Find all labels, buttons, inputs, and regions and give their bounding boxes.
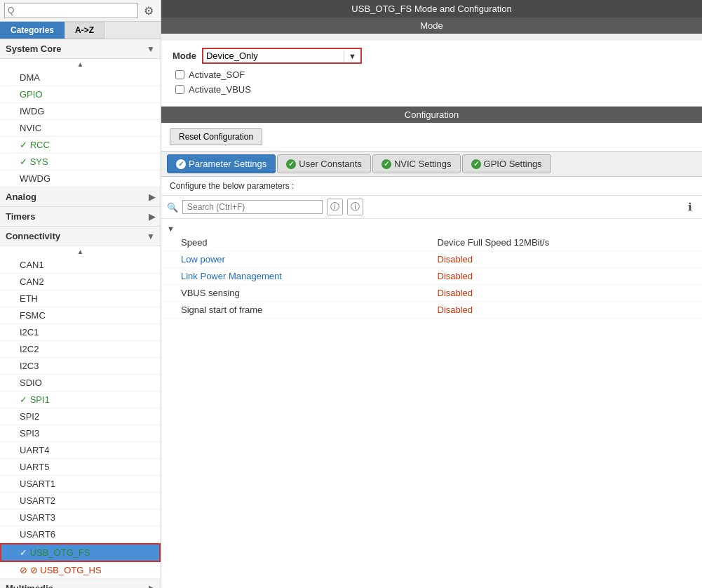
sidebar-tabs: Categories A->Z	[0, 22, 161, 39]
reset-configuration-button[interactable]: Reset Configuration	[170, 128, 262, 145]
sidebar-item-spi1[interactable]: SPI1	[0, 392, 161, 408]
check-icon-4: ✓	[471, 159, 481, 169]
config-section-header: Configuration	[161, 107, 702, 123]
param-value-link-power: Disabled	[438, 271, 694, 281]
sidebar-item-i2c3[interactable]: I2C3	[0, 358, 161, 375]
param-value-vbus-sensing: Disabled	[438, 288, 694, 298]
param-name-vbus-sensing: VBUS sensing	[181, 288, 438, 298]
sidebar-item-usart3[interactable]: USART3	[0, 509, 161, 526]
mode-select-wrapper: Device_Only Host_Only OTG Disable ▼	[202, 48, 362, 64]
check-icon-3: ✓	[382, 159, 391, 169]
page-title: USB_OTG_FS Mode and Configuration	[161, 0, 702, 18]
sidebar-item-spi3[interactable]: SPI3	[0, 425, 161, 442]
info-icon: ℹ	[684, 199, 696, 215]
sidebar-content: System Core ▼ ▲ DMA GPIO IWDG NVIC RCC S…	[0, 39, 161, 588]
sidebar-item-usart6[interactable]: USART6	[0, 526, 161, 543]
check-icon-2: ✓	[286, 159, 296, 169]
sidebar-item-sys[interactable]: SYS	[0, 154, 161, 171]
mode-section-header: Mode	[161, 18, 702, 34]
search-icon: 🔍	[167, 202, 178, 213]
param-name-link-power: Link Power Management	[181, 271, 438, 281]
dropdown-arrow-icon: ▼	[344, 51, 360, 62]
tab-az[interactable]: A->Z	[65, 22, 104, 39]
tab-user-constants-label: User Constants	[299, 159, 362, 169]
config-section: Configuration Reset Configuration ✓ Para…	[161, 107, 702, 588]
sidebar-item-spi2[interactable]: SPI2	[0, 408, 161, 425]
sidebar-item-nvic[interactable]: NVIC	[0, 120, 161, 137]
sidebar-item-i2c2[interactable]: I2C2	[0, 341, 161, 358]
sidebar-item-gpio[interactable]: GPIO	[0, 86, 161, 103]
activate-sof-row: Activate_SOF	[175, 69, 691, 80]
sidebar-item-uart5[interactable]: UART5	[0, 459, 161, 476]
sidebar-item-usart1[interactable]: USART1	[0, 476, 161, 493]
sidebar-item-eth[interactable]: ETH	[0, 290, 161, 307]
info-circle-icon-1[interactable]: ⓘ	[327, 199, 343, 215]
check-icon: ✓	[176, 159, 186, 169]
section-multimedia[interactable]: Multimedia ▶	[0, 579, 161, 588]
param-row-low-power: Low power Disabled	[161, 251, 702, 268]
tab-nvic-settings[interactable]: ✓ NVIC Settings	[372, 154, 461, 173]
param-row-signal-sof: Signal start of frame Disabled	[161, 302, 702, 319]
sidebar-item-can1[interactable]: CAN1	[0, 257, 161, 274]
chevron-right-icon: ▶	[149, 192, 155, 202]
chevron-right-icon: ▶	[149, 584, 155, 589]
section-analog[interactable]: Analog ▶	[0, 187, 161, 207]
scroll-up-arrow[interactable]: ▲	[0, 59, 161, 69]
params-content: ▼ Speed Device Full Speed 12MBit/s Low p…	[161, 219, 702, 323]
section-system-core[interactable]: System Core ▼	[0, 39, 161, 59]
config-toolbar: Reset Configuration	[161, 123, 702, 152]
sidebar-item-rcc[interactable]: RCC	[0, 137, 161, 154]
sidebar-top: ⚙	[0, 0, 161, 22]
info-circle-icon-2[interactable]: ⓘ	[347, 199, 363, 215]
sidebar-item-usb-otg-fs[interactable]: USB_OTG_FS	[0, 543, 161, 562]
mode-select[interactable]: Device_Only Host_Only OTG Disable	[203, 49, 344, 62]
param-row-vbus-sensing: VBUS sensing Disabled	[161, 285, 702, 302]
param-value-low-power: Disabled	[438, 254, 694, 265]
param-value-speed: Device Full Speed 12MBit/s	[438, 237, 694, 248]
search-row: 🔍 ⓘ ⓘ ℹ	[161, 196, 702, 219]
tab-gpio-settings-label: GPIO Settings	[484, 159, 542, 169]
param-name-low-power: Low power	[181, 254, 438, 265]
sidebar-item-sdio[interactable]: SDIO	[0, 375, 161, 392]
scroll-up-arrow-2[interactable]: ▲	[0, 246, 161, 257]
sidebar: ⚙ Categories A->Z System Core ▼ ▲ DMA GP…	[0, 0, 161, 588]
tab-categories[interactable]: Categories	[0, 22, 65, 39]
main-content: USB_OTG_FS Mode and Configuration Mode M…	[161, 0, 702, 588]
sidebar-item-dma[interactable]: DMA	[0, 69, 161, 86]
param-search-input[interactable]	[182, 200, 323, 214]
section-connectivity[interactable]: Connectivity ▼	[0, 227, 161, 246]
tab-gpio-settings[interactable]: ✓ GPIO Settings	[462, 154, 551, 173]
sidebar-item-can2[interactable]: CAN2	[0, 274, 161, 290]
activate-vbus-label: Activate_VBUS	[189, 84, 251, 95]
activate-sof-label: Activate_SOF	[189, 69, 245, 80]
activate-vbus-checkbox[interactable]	[175, 85, 184, 94]
param-name-signal-sof: Signal start of frame	[181, 305, 438, 315]
config-tabs: ✓ Parameter Settings ✓ User Constants ✓ …	[161, 152, 702, 177]
activate-sof-checkbox[interactable]	[175, 70, 184, 79]
mode-section: Mode Mode Device_Only Host_Only OTG Disa…	[161, 18, 702, 107]
tab-parameter-settings-label: Parameter Settings	[189, 159, 266, 169]
param-row-speed: Speed Device Full Speed 12MBit/s	[161, 234, 702, 251]
tab-user-constants[interactable]: ✓ User Constants	[277, 154, 371, 173]
param-value-signal-sof: Disabled	[438, 305, 694, 315]
sidebar-item-usart2[interactable]: USART2	[0, 493, 161, 509]
section-timers[interactable]: Timers ▶	[0, 207, 161, 227]
chevron-down-icon: ▼	[147, 232, 155, 241]
param-group-expand[interactable]: ▼	[161, 223, 702, 234]
params-label: Configure the below parameters :	[161, 177, 702, 196]
tab-nvic-settings-label: NVIC Settings	[394, 159, 452, 169]
gear-icon[interactable]: ⚙	[141, 4, 156, 18]
param-row-link-power: Link Power Management Disabled	[161, 268, 702, 285]
sidebar-item-wwdg[interactable]: WWDG	[0, 171, 161, 187]
sidebar-search-input[interactable]	[4, 3, 138, 18]
tab-parameter-settings[interactable]: ✓ Parameter Settings	[167, 154, 276, 173]
sidebar-item-i2c1[interactable]: I2C1	[0, 324, 161, 341]
param-name-speed: Speed	[181, 237, 438, 248]
sidebar-item-usb-otg-hs[interactable]: ⊘ USB_OTG_HS	[0, 562, 161, 579]
mode-label: Mode	[173, 51, 196, 61]
sidebar-item-uart4[interactable]: UART4	[0, 442, 161, 459]
activate-vbus-row: Activate_VBUS	[175, 84, 691, 95]
chevron-right-icon: ▶	[149, 212, 155, 222]
sidebar-item-fsmc[interactable]: FSMC	[0, 307, 161, 324]
sidebar-item-iwdg[interactable]: IWDG	[0, 103, 161, 120]
